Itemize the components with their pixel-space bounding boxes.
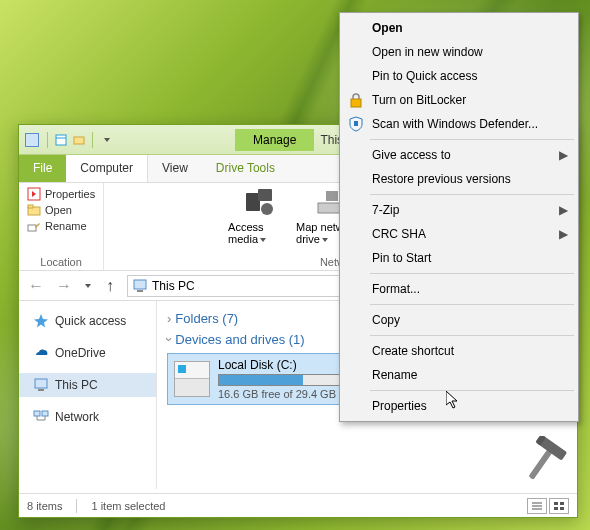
ctx-scan-defender[interactable]: Scan with Windows Defender... (342, 112, 576, 136)
tab-computer[interactable]: Computer (66, 155, 148, 182)
separator (370, 194, 574, 195)
svg-rect-19 (38, 389, 44, 391)
view-large-icons-button[interactable] (549, 498, 569, 514)
separator (47, 132, 48, 148)
svg-rect-30 (554, 507, 558, 510)
svg-rect-31 (560, 507, 564, 510)
svg-rect-21 (42, 411, 48, 416)
sidebar-item-quick-access[interactable]: Quick access (19, 309, 156, 333)
sidebar-item-this-pc[interactable]: This PC (19, 373, 156, 397)
ribbon-open[interactable]: Open (27, 203, 95, 217)
svg-rect-12 (326, 191, 338, 201)
this-pc-icon (132, 278, 148, 294)
svg-rect-17 (137, 290, 143, 292)
ribbon-access-media-label: Access media (228, 221, 263, 245)
svg-rect-7 (246, 193, 260, 211)
qat-new-folder-icon[interactable] (72, 133, 86, 147)
ctx-format[interactable]: Format... (342, 277, 576, 301)
group-label: Folders (7) (175, 311, 238, 326)
view-details-button[interactable] (527, 498, 547, 514)
ctx-open[interactable]: Open (342, 16, 576, 40)
group-label: Devices and drives (1) (175, 332, 304, 347)
ribbon-properties-label: Properties (45, 188, 95, 200)
context-menu: Open Open in new window Pin to Quick acc… (339, 12, 579, 422)
ribbon-access-media[interactable]: Access media (228, 187, 288, 245)
nav-up-button[interactable]: ↑ (99, 275, 121, 297)
ribbon-group-location: Properties Open Rename Location (19, 183, 104, 270)
shield-icon (348, 116, 364, 132)
tab-view[interactable]: View (148, 155, 202, 182)
drive-icon (174, 361, 210, 397)
tab-drive-tools[interactable]: Drive Tools (202, 155, 289, 182)
ctx-copy[interactable]: Copy (342, 308, 576, 332)
ribbon-group-label: Location (40, 256, 82, 270)
svg-rect-8 (258, 189, 272, 201)
ribbon-rename[interactable]: Rename (27, 219, 95, 233)
ctx-pin-quick-access[interactable]: Pin to Quick access (342, 64, 576, 88)
svg-rect-33 (354, 121, 358, 126)
ctx-crc-sha[interactable]: CRC SHA▶ (342, 222, 576, 246)
ctx-restore-versions[interactable]: Restore previous versions (342, 167, 576, 191)
ribbon-rename-label: Rename (45, 220, 87, 232)
bitlocker-icon (348, 92, 364, 108)
svg-rect-0 (56, 135, 66, 145)
chevron-right-icon: ▶ (559, 203, 568, 217)
sidebar-item-label: OneDrive (55, 346, 106, 360)
manage-tab-header[interactable]: Manage (235, 129, 314, 151)
window-icon[interactable] (25, 133, 39, 147)
separator (370, 304, 574, 305)
ctx-open-new-window[interactable]: Open in new window (342, 40, 576, 64)
svg-rect-2 (74, 137, 84, 144)
status-item-count: 8 items (27, 500, 62, 512)
star-icon (33, 313, 49, 329)
svg-rect-6 (28, 225, 36, 231)
ctx-create-shortcut[interactable]: Create shortcut (342, 339, 576, 363)
sidebar-item-label: This PC (55, 378, 98, 392)
nav-back-button[interactable]: ← (25, 275, 47, 297)
svg-rect-28 (554, 502, 558, 505)
ribbon-properties[interactable]: Properties (27, 187, 95, 201)
separator (92, 132, 93, 148)
svg-rect-32 (351, 99, 361, 107)
nav-pane: Quick access OneDrive This PC Network (19, 301, 157, 489)
nav-forward-button: → (53, 275, 75, 297)
tab-file[interactable]: File (19, 155, 66, 182)
sidebar-item-label: Network (55, 410, 99, 424)
ctx-bitlocker[interactable]: Turn on BitLocker (342, 88, 576, 112)
network-icon (33, 409, 49, 425)
ctx-rename[interactable]: Rename (342, 363, 576, 387)
this-pc-icon (33, 377, 49, 393)
svg-rect-16 (134, 280, 146, 289)
breadcrumb[interactable]: This PC (152, 279, 195, 293)
separator (370, 273, 574, 274)
qat-properties-icon[interactable] (54, 133, 68, 147)
svg-rect-18 (35, 379, 47, 388)
separator (370, 335, 574, 336)
status-selected: 1 item selected (91, 500, 165, 512)
separator (370, 390, 574, 391)
qat-customize-icon[interactable] (99, 133, 113, 147)
separator (370, 139, 574, 140)
chevron-right-icon: ▶ (559, 227, 568, 241)
ctx-pin-start[interactable]: Pin to Start (342, 246, 576, 270)
hammer-decoration-icon (514, 436, 570, 492)
nav-history-button[interactable] (81, 275, 93, 297)
status-bar: 8 items 1 item selected (19, 493, 577, 517)
onedrive-icon (33, 345, 49, 361)
ribbon-open-label: Open (45, 204, 72, 216)
chevron-right-icon: ▶ (559, 148, 568, 162)
svg-rect-29 (560, 502, 564, 505)
media-icon (242, 187, 274, 219)
svg-point-9 (261, 203, 273, 215)
svg-rect-5 (28, 205, 33, 208)
separator (76, 499, 77, 513)
ctx-give-access[interactable]: Give access to▶ (342, 143, 576, 167)
cursor-icon (446, 391, 462, 411)
sidebar-item-label: Quick access (55, 314, 126, 328)
svg-rect-20 (34, 411, 40, 416)
sidebar-item-onedrive[interactable]: OneDrive (19, 341, 156, 365)
sidebar-item-network[interactable]: Network (19, 405, 156, 429)
ctx-7zip[interactable]: 7-Zip▶ (342, 198, 576, 222)
